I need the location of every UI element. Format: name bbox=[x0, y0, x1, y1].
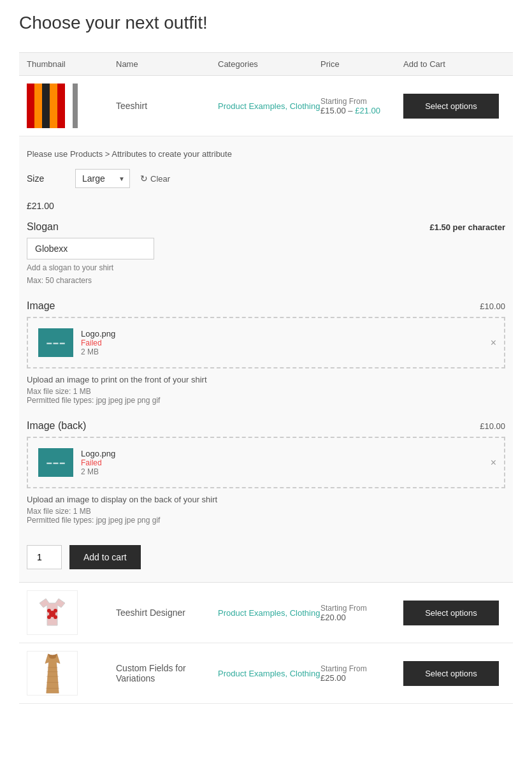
slogan-header: Slogan £1.50 per character bbox=[27, 221, 505, 233]
svg-point-1 bbox=[47, 609, 51, 613]
thumbnail-custom bbox=[27, 651, 116, 696]
slogan-input[interactable] bbox=[27, 238, 154, 259]
svg-point-2 bbox=[54, 609, 57, 613]
col-add-to-cart: Add to Cart bbox=[403, 59, 505, 69]
expanded-section-teeshirt: Please use Products > Attributes to crea… bbox=[19, 136, 513, 583]
svg-point-4 bbox=[54, 615, 57, 619]
file-size-image: 2 MB bbox=[81, 347, 494, 356]
add-to-cart-button[interactable]: Add to cart bbox=[69, 545, 141, 569]
size-label: Size bbox=[27, 173, 65, 184]
product-categories-teeshirt: Product Examples, Clothing bbox=[218, 101, 320, 111]
image-max-size: Max file size: 1 MB bbox=[27, 387, 505, 396]
product-categories-designer: Product Examples, Clothing bbox=[218, 608, 320, 618]
file-status-image: Failed bbox=[81, 339, 494, 347]
category-link-custom[interactable]: Product Examples, Clothing bbox=[218, 669, 320, 678]
size-select-wrapper: Small Medium Large X-Large bbox=[75, 169, 130, 188]
image-upload-desc: Upload an image to print on the front of… bbox=[27, 375, 505, 384]
file-size-image-back: 2 MB bbox=[81, 467, 494, 476]
file-info-image: Logo.png Failed 2 MB bbox=[81, 329, 494, 356]
image-permitted: Permitted file types: jpg jpeg jpe png g… bbox=[27, 396, 505, 405]
image-back-max-size: Max file size: 1 MB bbox=[27, 507, 505, 516]
file-name-image-back: Logo.png bbox=[81, 449, 494, 458]
current-price: £21.00 bbox=[27, 201, 505, 211]
image-upload-area[interactable]: Logo.png Failed 2 MB × bbox=[27, 317, 505, 368]
product-categories-custom: Product Examples, Clothing bbox=[218, 668, 320, 678]
slogan-title: Slogan bbox=[27, 221, 59, 233]
file-info-image-back: Logo.png Failed 2 MB bbox=[81, 449, 494, 476]
thumbnail-image-custom bbox=[27, 651, 78, 696]
image-back-header: Image (back) £10.00 bbox=[27, 420, 505, 432]
file-name-image: Logo.png bbox=[81, 329, 494, 339]
image-back-file-item: Logo.png Failed 2 MB × bbox=[38, 448, 494, 477]
product-row-designer: Teeshirt Designer Product Examples, Clot… bbox=[19, 583, 513, 643]
file-icon-image-back bbox=[38, 448, 73, 477]
slogan-hint-main: Add a slogan to your shirt bbox=[27, 263, 505, 272]
refresh-icon: ↻ bbox=[140, 173, 148, 184]
tshirt-custom-svg bbox=[35, 653, 70, 694]
image-title: Image bbox=[27, 300, 55, 312]
image-price: £10.00 bbox=[480, 302, 505, 311]
cart-row: Add to cart bbox=[27, 540, 505, 569]
product-action-custom: Select options bbox=[403, 661, 505, 686]
thumbnail-image-designer bbox=[27, 590, 78, 635]
file-status-image-back: Failed bbox=[81, 458, 494, 467]
image-section: Image £10.00 Logo.png Failed 2 MB × Uplo… bbox=[27, 300, 505, 405]
file-icon-image bbox=[38, 328, 73, 357]
size-select[interactable]: Small Medium Large X-Large bbox=[75, 169, 130, 188]
select-options-button-teeshirt[interactable]: Select options bbox=[403, 94, 499, 119]
product-name-designer: Teeshirt Designer bbox=[116, 608, 218, 618]
product-action-teeshirt: Select options bbox=[403, 94, 505, 119]
slogan-section: Slogan £1.50 per character Add a slogan … bbox=[27, 221, 505, 285]
product-name-custom: Custom Fields for Variations bbox=[116, 663, 218, 683]
image-back-permitted: Permitted file types: jpg jpeg jpe png g… bbox=[27, 516, 505, 525]
category-link-teeshirt[interactable]: Product Examples, Clothing bbox=[218, 101, 320, 111]
file-remove-image[interactable]: × bbox=[491, 337, 496, 349]
product-price-designer: Starting From £20.00 bbox=[320, 604, 403, 622]
col-thumbnail: Thumbnail bbox=[27, 59, 116, 69]
clear-button[interactable]: ↻ Clear bbox=[140, 173, 170, 184]
category-link-designer[interactable]: Product Examples, Clothing bbox=[218, 608, 320, 618]
image-header: Image £10.00 bbox=[27, 300, 505, 312]
product-action-designer: Select options bbox=[403, 601, 505, 625]
product-price-teeshirt: Starting From £15.00 – £21.00 bbox=[320, 97, 403, 115]
attribute-notice: Please use Products > Attributes to crea… bbox=[27, 149, 505, 159]
product-name-teeshirt: Teeshirt bbox=[116, 101, 218, 111]
thumbnail-designer bbox=[27, 590, 116, 635]
thumbnail-teeshirt bbox=[27, 84, 116, 128]
image-back-price: £10.00 bbox=[480, 421, 505, 431]
tshirt-designer-svg bbox=[33, 594, 71, 632]
image-back-title: Image (back) bbox=[27, 420, 86, 432]
image-back-upload-area[interactable]: Logo.png Failed 2 MB × bbox=[27, 437, 505, 488]
select-options-button-custom[interactable]: Select options bbox=[403, 661, 499, 686]
product-row-teeshirt: Teeshirt Product Examples, Clothing Star… bbox=[19, 76, 513, 136]
clear-label: Clear bbox=[150, 174, 170, 184]
col-name: Name bbox=[116, 59, 218, 69]
file-remove-image-back[interactable]: × bbox=[491, 457, 496, 469]
slogan-price: £1.50 per character bbox=[429, 222, 505, 232]
image-back-section: Image (back) £10.00 Logo.png Failed 2 MB… bbox=[27, 420, 505, 525]
thumbnail-image-teeshirt bbox=[27, 84, 78, 128]
select-options-button-designer[interactable]: Select options bbox=[403, 601, 499, 625]
svg-point-3 bbox=[47, 615, 51, 619]
page-title: Choose your next outfit! bbox=[19, 13, 513, 33]
col-categories: Categories bbox=[218, 59, 320, 69]
table-header: Thumbnail Name Categories Price Add to C… bbox=[19, 52, 513, 76]
quantity-input[interactable] bbox=[27, 545, 62, 569]
image-back-upload-desc: Upload an image to display on the back o… bbox=[27, 495, 505, 504]
image-file-item: Logo.png Failed 2 MB × bbox=[38, 328, 494, 357]
slogan-hint-max: Max: 50 characters bbox=[27, 276, 505, 285]
product-price-custom: Starting From £25.00 bbox=[320, 664, 403, 683]
size-attribute-row: Size Small Medium Large X-Large ↻ Clear bbox=[27, 169, 505, 188]
product-row-custom: Custom Fields for Variations Product Exa… bbox=[19, 643, 513, 704]
col-price: Price bbox=[320, 59, 403, 69]
